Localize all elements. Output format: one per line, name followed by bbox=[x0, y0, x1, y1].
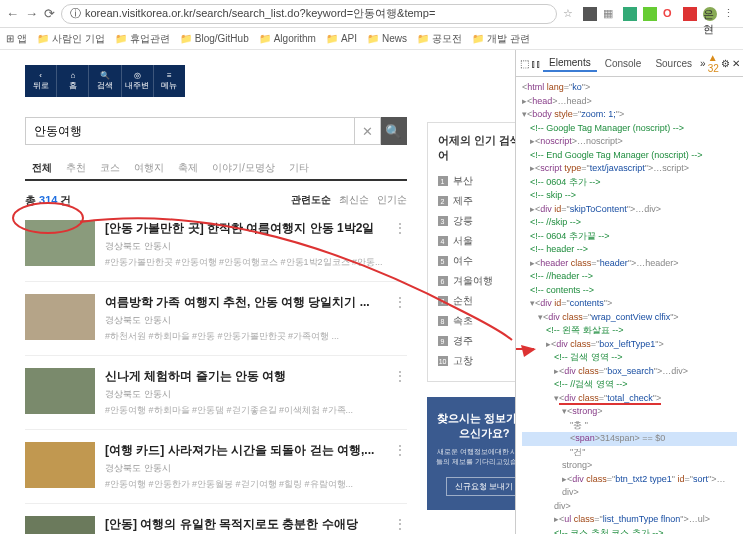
reload-icon[interactable]: ⟳ bbox=[44, 6, 55, 21]
dom-line[interactable]: ▸<head>…head> bbox=[522, 95, 737, 109]
more-tabs[interactable]: » bbox=[700, 58, 706, 69]
back-icon[interactable]: ← bbox=[6, 6, 19, 21]
dom-line[interactable]: <!-- header --> bbox=[522, 243, 737, 257]
tab-console[interactable]: Console bbox=[599, 56, 648, 71]
tab-festival[interactable]: 축제 bbox=[171, 157, 205, 179]
result-sub: 경상북도 안동시 bbox=[105, 388, 383, 401]
dom-line[interactable]: ▾<body style="zoom: 1;"> bbox=[522, 108, 737, 122]
promo-button[interactable]: 신규요청 보내기 bbox=[446, 477, 515, 496]
bookmark-item[interactable]: 📁개발 관련 bbox=[472, 32, 530, 46]
forward-icon[interactable]: → bbox=[25, 6, 38, 21]
keyword-item[interactable]: 4서울 bbox=[438, 231, 515, 251]
dom-line[interactable]: ▸<script type="text/javascript">…script> bbox=[522, 162, 737, 176]
sort-relevance[interactable]: 관련도순 bbox=[291, 193, 331, 208]
dom-tree[interactable]: <html lang="ko">▸<head>…head>▾<body styl… bbox=[516, 77, 743, 534]
dom-line[interactable]: <!-- 0604 추가끝 --> bbox=[522, 230, 737, 244]
keyword-item[interactable]: 5여수 bbox=[438, 251, 515, 271]
dom-line[interactable]: <!-- 코스,추천,코스,추가 --> bbox=[522, 527, 737, 535]
dom-line[interactable]: ▸<div class="box_leftType1"> bbox=[522, 338, 737, 352]
search-button[interactable]: 🔍 bbox=[381, 117, 407, 145]
more-icon[interactable]: ⋮ bbox=[393, 368, 407, 417]
close-icon[interactable]: ✕ bbox=[732, 58, 740, 69]
nav-menu[interactable]: ≡메뉴 bbox=[154, 65, 185, 97]
bookmark-item[interactable]: 📁Algorithm bbox=[259, 33, 316, 44]
dom-line[interactable]: <!-- //검색 영역 --> bbox=[522, 378, 737, 392]
tab-all[interactable]: 전체 bbox=[25, 157, 59, 179]
more-icon[interactable]: ⋮ bbox=[393, 220, 407, 269]
warning-count[interactable]: ▲ 32 bbox=[708, 52, 719, 74]
inspect-icon[interactable]: ⬚ bbox=[520, 58, 529, 69]
dom-line[interactable]: ▸<ul class="list_thumType flnon">…ul> bbox=[522, 513, 737, 527]
dom-line[interactable]: <html lang="ko"> bbox=[522, 81, 737, 95]
dom-line[interactable]: <!-- 왼쪽 화살표 --> bbox=[522, 324, 737, 338]
result-item[interactable]: [안동 가볼만한 곳] 한적한 여름여행지 안동 1박2일 경상북도 안동시 #… bbox=[25, 208, 407, 282]
tab-rec[interactable]: 추천 bbox=[59, 157, 93, 179]
dom-line[interactable]: <!-- skip --> bbox=[522, 189, 737, 203]
nav-near[interactable]: ◎내주변 bbox=[122, 65, 154, 97]
bookmark-item[interactable]: 📁API bbox=[326, 33, 357, 44]
dom-line[interactable]: <!-- //skip --> bbox=[522, 216, 737, 230]
thumbnail bbox=[25, 516, 95, 534]
dom-line[interactable]: ▾<strong> bbox=[522, 405, 737, 419]
dom-line[interactable]: "총 " bbox=[522, 419, 737, 433]
dom-line[interactable]: <!-- End Google Tag Manager (noscript) -… bbox=[522, 149, 737, 163]
nav-back[interactable]: ‹뒤로 bbox=[25, 65, 57, 97]
apps-button[interactable]: ⊞ 앱 bbox=[6, 32, 27, 46]
dom-line[interactable]: ▸<noscript>…noscript> bbox=[522, 135, 737, 149]
url-text: korean.visitkorea.or.kr/search/search_li… bbox=[85, 6, 435, 21]
dom-line[interactable]: strong> bbox=[522, 459, 737, 473]
dom-line[interactable]: ▾<div class="wrap_contView clfix"> bbox=[522, 311, 737, 325]
result-item[interactable]: 여름방학 가족 여행지 추천, 안동 여행 당일치기 ... 경상북도 안동시 … bbox=[25, 282, 407, 356]
keyword-item[interactable]: 9경주 bbox=[438, 331, 515, 351]
tab-elements[interactable]: Elements bbox=[543, 55, 597, 72]
bookmark-item[interactable]: 📁News bbox=[367, 33, 407, 44]
keyword-item[interactable]: 2제주 bbox=[438, 191, 515, 211]
keyword-item[interactable]: 1부산 bbox=[438, 171, 515, 191]
result-title: 신나게 체험하며 즐기는 안동 여행 bbox=[105, 368, 383, 385]
dom-line[interactable]: <!-- contents --> bbox=[522, 284, 737, 298]
tab-story[interactable]: 이야기/모명상 bbox=[205, 157, 282, 179]
dom-line[interactable]: ▸<header class="header">…header> bbox=[522, 257, 737, 271]
dom-line[interactable]: ▸<div class="btn_txt2 type1" id="sort">…… bbox=[522, 473, 737, 500]
more-icon[interactable]: ⋮ bbox=[393, 442, 407, 491]
dom-line[interactable]: ▾<div id="contents"> bbox=[522, 297, 737, 311]
bookmark-item[interactable]: 📁휴업관련 bbox=[115, 32, 170, 46]
dom-line[interactable]: ▸<div id="skipToContent">…div> bbox=[522, 203, 737, 217]
dom-line[interactable]: div> bbox=[522, 500, 737, 514]
search-input[interactable] bbox=[25, 117, 355, 145]
tab-sources[interactable]: Sources bbox=[649, 56, 698, 71]
bookmark-item[interactable]: 📁Blog/GitHub bbox=[180, 33, 249, 44]
dom-line[interactable]: "건" bbox=[522, 446, 737, 460]
nav-home[interactable]: ⌂홈 bbox=[57, 65, 89, 97]
clear-button[interactable]: ✕ bbox=[355, 117, 381, 145]
sort-popular[interactable]: 인기순 bbox=[377, 193, 407, 208]
dom-line[interactable]: ▾<div class="total_check"> bbox=[522, 392, 737, 406]
result-item[interactable]: [여행 카드] 사라져가는 시간을 되돌아 걷는 여행,... 경상북도 안동시… bbox=[25, 430, 407, 504]
tab-course[interactable]: 코스 bbox=[93, 157, 127, 179]
tab-place[interactable]: 여행지 bbox=[127, 157, 171, 179]
nav-search[interactable]: 🔍검색 bbox=[89, 65, 121, 97]
more-icon[interactable]: ⋮ bbox=[393, 294, 407, 343]
keyword-item[interactable]: 3강릉 bbox=[438, 211, 515, 231]
sort-latest[interactable]: 최신순 bbox=[339, 193, 369, 208]
keyword-item[interactable]: 7순천 bbox=[438, 291, 515, 311]
bookmark-item[interactable]: 📁사람인 기업 bbox=[37, 32, 105, 46]
dom-line[interactable]: <!-- 검색 영역 --> bbox=[522, 351, 737, 365]
more-icon[interactable]: ⋮ bbox=[393, 516, 407, 534]
dom-line[interactable]: ▸<div class="box_search">…div> bbox=[522, 365, 737, 379]
tab-etc[interactable]: 기타 bbox=[282, 157, 316, 179]
dom-line[interactable]: <!-- //header --> bbox=[522, 270, 737, 284]
result-tags: #하천서원 #하회마을 #안동 #안동가볼만한곳 #가족여행 ... bbox=[105, 330, 383, 343]
url-bar[interactable]: ⓘ korean.visitkorea.or.kr/search/search_… bbox=[61, 4, 557, 24]
settings-icon[interactable]: ⚙ bbox=[721, 58, 730, 69]
device-icon[interactable]: ⫿⫿ bbox=[531, 58, 541, 69]
dom-line[interactable]: <!-- Google Tag Manager (noscript) --> bbox=[522, 122, 737, 136]
dom-line[interactable]: <!-- 0604 추가 --> bbox=[522, 176, 737, 190]
dom-line[interactable]: <span>314span> == $0 bbox=[522, 432, 737, 446]
result-item[interactable]: 신나게 체험하며 즐기는 안동 여행 경상북도 안동시 #안동여행 #하회마을 … bbox=[25, 356, 407, 430]
keyword-item[interactable]: 8속초 bbox=[438, 311, 515, 331]
keyword-item[interactable]: 10고창 bbox=[438, 351, 515, 371]
bookmark-item[interactable]: 📁공모전 bbox=[417, 32, 462, 46]
result-item[interactable]: [안동] 여행의 유일한 목적지로도 충분한 수애당 경상북도 안동시 #수애당… bbox=[25, 504, 407, 534]
keyword-item[interactable]: 6겨울여행 bbox=[438, 271, 515, 291]
